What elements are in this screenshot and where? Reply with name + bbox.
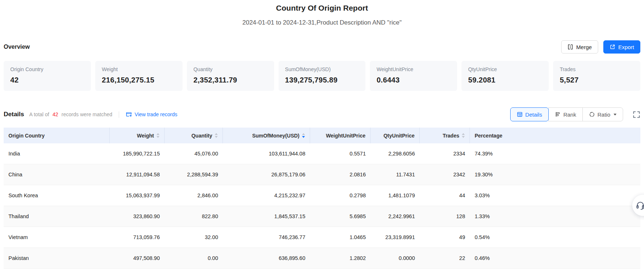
table-cell: 103,611,944.08 [223, 143, 310, 164]
column-header-label: WeightUnitPrice [326, 133, 365, 139]
table-cell: Thailand [4, 206, 110, 227]
report-subtitle: 2024-01-01 to 2024-12-31,Product Descrip… [4, 19, 640, 26]
view-trade-records-link[interactable]: View trade records [126, 111, 177, 118]
table-row: Pakistan497,508.900.00636,895.601.28020.… [4, 248, 640, 269]
table-row: China12,911,094.582,288,594.3926,875,179… [4, 164, 640, 185]
table-cell: 74.39% [470, 143, 640, 164]
column-header-label: SumOfMoney(USD) [252, 133, 299, 139]
sort-icon[interactable] [215, 133, 218, 138]
table-row: Thailand323,860.90822.801,845,537.155.69… [4, 206, 640, 227]
details-bar: Details A total of 42 records were match… [4, 107, 640, 121]
right-tools: Details Rank Ratio [510, 107, 640, 121]
export-button[interactable]: Export [603, 40, 640, 54]
table-cell: 128 [420, 206, 470, 227]
column-header-trades[interactable]: Trades [420, 128, 470, 143]
table-cell: India [4, 143, 110, 164]
sort-caret-up-icon [462, 133, 465, 135]
overview-card-origin-country: Origin Country42 [4, 61, 91, 91]
card-label: Origin Country [10, 66, 84, 73]
details-heading: Details [4, 111, 24, 118]
table-cell: 2,298.6056 [371, 143, 420, 164]
table-cell: 2,288,594.39 [165, 164, 223, 185]
tab-ratio[interactable]: Ratio [582, 107, 623, 121]
overview-card-weightunitprice: WeightUnitPrice0.6443 [370, 61, 457, 91]
overview-actions: Merge Export [561, 40, 640, 54]
chevron-down-icon [614, 114, 617, 115]
table-cell: 822.80 [165, 206, 223, 227]
table-cell: 0.54% [470, 227, 640, 247]
tab-details[interactable]: Details [510, 107, 549, 121]
overview-card-quantity: Quantity2,352,311.79 [187, 61, 274, 91]
overview-card-sumofmoney-usd: SumOfMoney(USD)139,275,795.89 [279, 61, 366, 91]
column-header-weight[interactable]: Weight [110, 128, 165, 143]
card-label: Trades [560, 66, 634, 73]
export-icon [610, 44, 615, 50]
report-page: Country Of Origin Report 2024-01-01 to 2… [0, 0, 644, 269]
column-header-quantity[interactable]: Quantity [165, 128, 223, 143]
table-cell: 4,215,232.97 [223, 185, 310, 206]
sort-icon[interactable] [157, 133, 159, 138]
merge-button[interactable]: Merge [561, 40, 598, 54]
table-cell: 0.2798 [310, 185, 371, 206]
view-link-label: View trade records [135, 111, 177, 117]
matched-count: 42 [52, 111, 58, 117]
trade-records-window-icon [126, 111, 132, 118]
card-value: 59.2081 [468, 76, 542, 84]
table-cell: 2342 [420, 164, 470, 185]
table-cell: 45,076.00 [165, 143, 223, 164]
sort-caret-down-icon [157, 136, 159, 138]
overview-card-weight: Weight216,150,275.15 [95, 61, 183, 91]
table-cell: 323,860.90 [110, 206, 165, 227]
column-header-origin-country: Origin Country [4, 128, 110, 143]
tab-ratio-label: Ratio [597, 111, 610, 118]
tab-rank[interactable]: Rank [548, 107, 583, 121]
table-cell: 1.2802 [310, 248, 371, 268]
sort-icon[interactable] [462, 133, 465, 138]
table-cell: Vietnam [4, 227, 110, 247]
card-label: SumOfMoney(USD) [285, 66, 359, 73]
sort-caret-up-icon [157, 133, 159, 135]
card-value: 139,275,795.89 [285, 76, 359, 84]
table-cell: 32.00 [165, 227, 223, 247]
table-cell: 1,481.1079 [371, 185, 420, 206]
table-cell: 0.0000 [371, 248, 420, 268]
table-cell: 22 [420, 248, 470, 268]
sort-caret-up-icon [215, 133, 218, 135]
column-header-label: Quantity [191, 133, 212, 139]
column-header-weightunitprice: WeightUnitPrice [310, 128, 371, 143]
export-button-label: Export [618, 44, 634, 50]
table-cell: 2,846.00 [165, 185, 223, 206]
card-value: 2,352,311.79 [194, 76, 268, 84]
table-cell: 23,319.8991 [371, 227, 420, 247]
table-cell: 2.0816 [310, 164, 371, 185]
card-label: Weight [102, 66, 176, 73]
table-cell: 19.30% [470, 164, 640, 185]
column-header-sumofmoney-usd[interactable]: SumOfMoney(USD) [223, 128, 310, 143]
card-value: 216,150,275.15 [102, 76, 176, 84]
column-header-label: Origin Country [8, 133, 45, 139]
matched-prefix: A total of [29, 111, 49, 117]
table-cell: Pakistan [4, 248, 110, 268]
ratio-pie-icon [589, 111, 595, 117]
column-header-label: Weight [137, 133, 154, 139]
sort-icon[interactable] [302, 133, 305, 138]
table-cell: 12,911,094.58 [110, 164, 165, 185]
card-value: 5,527 [560, 76, 634, 84]
column-header-label: Percentage [475, 133, 502, 139]
table-cell: 2334 [420, 143, 470, 164]
column-header-label: Trades [443, 133, 459, 139]
column-header-label: QtyUnitPrice [383, 133, 415, 139]
table-cell: South Korea [4, 185, 110, 206]
table-cell: 26,875,179.06 [223, 164, 310, 185]
card-label: WeightUnitPrice [376, 66, 450, 73]
card-value: 42 [10, 76, 84, 84]
table-row: India185,990,722.1545,076.00103,611,944.… [4, 143, 640, 164]
fullscreen-icon[interactable] [633, 111, 640, 118]
table-icon [517, 111, 523, 117]
sort-caret-up-icon [302, 133, 305, 135]
table-row: South Korea15,063,937.992,846.004,215,23… [4, 185, 640, 206]
table-cell: 3.03% [470, 185, 640, 206]
overview-card-qtyunitprice: QtyUnitPrice59.2081 [461, 61, 549, 91]
table-cell: 497,508.90 [110, 248, 165, 268]
table-cell: 5.6985 [310, 206, 371, 227]
